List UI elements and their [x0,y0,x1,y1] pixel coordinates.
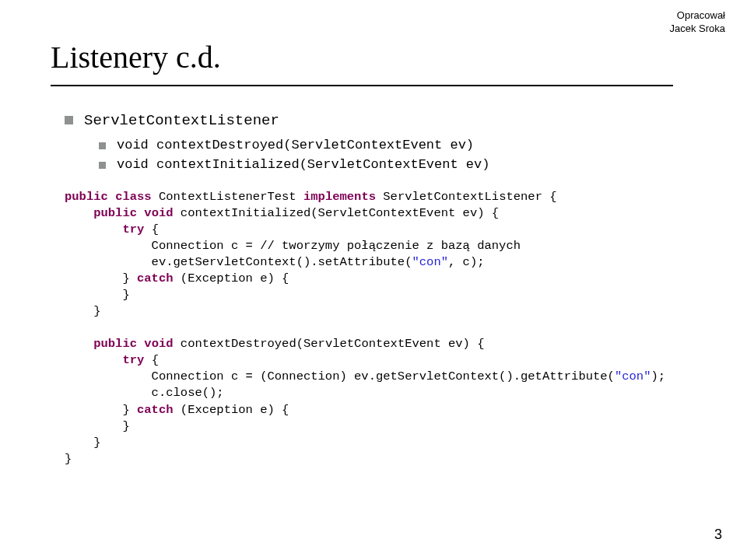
square-bullet-icon [65,116,73,124]
square-bullet-icon [99,162,106,169]
bullet-top-text: ServletContextListener [84,110,279,132]
slide-page: Opracował Jacek Sroka Listenery c.d. Ser… [0,0,747,560]
bullet-list: ServletContextListener void contextDestr… [65,110,700,175]
page-title: Listenery c.d. [51,39,700,75]
bullet-sub1-text: void contextDestroyed(ServletContextEven… [117,135,474,156]
bullet-top: ServletContextListener [65,110,700,132]
bullet-sub2-text: void contextInitialized(ServletContextEv… [117,155,489,175]
header-line-1: Opracował [669,9,725,23]
bullet-sub-2: void contextInitialized(ServletContextEv… [99,155,700,175]
square-bullet-icon [99,142,106,149]
page-number: 3 [714,527,722,543]
code-block: public class ContextListenerTest impleme… [65,189,700,467]
title-rule [51,85,673,86]
header-line-2: Jacek Sroka [669,23,725,36]
bullet-sub-1: void contextDestroyed(ServletContextEven… [99,135,700,156]
header-author: Opracował Jacek Sroka [669,9,725,36]
